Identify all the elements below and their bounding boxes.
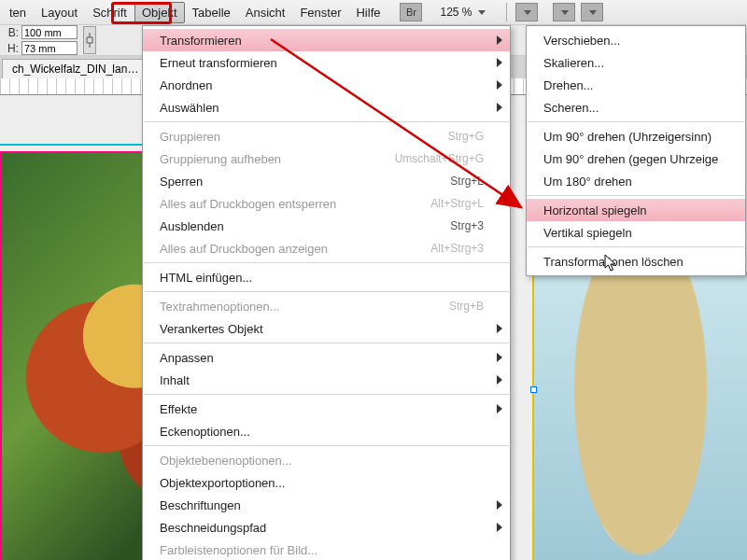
cursor-icon <box>604 254 617 273</box>
link-dimensions-icon[interactable] <box>83 26 96 54</box>
submenu-caret-icon <box>497 58 502 67</box>
menu-item-shortcut: Umschalt+Strg+G <box>395 152 484 165</box>
submenu-caret-icon <box>497 35 502 45</box>
selection-handle[interactable] <box>530 386 537 393</box>
menu-schrift[interactable]: Schrift <box>85 2 134 23</box>
menu-item[interactable]: Transformationen löschen <box>527 250 745 273</box>
submenu-caret-icon <box>497 353 502 362</box>
menu-item[interactable]: Anpassen <box>143 346 510 369</box>
menu-item-label: Alles auf Druckbogen anzeigen <box>160 242 328 256</box>
bridge-icon[interactable]: Br <box>400 3 422 21</box>
menubar: ten Layout Schrift Objekt Tabelle Ansich… <box>0 0 747 24</box>
menu-item-label: Alles auf Druckbogen entsperren <box>160 197 336 211</box>
menu-ansicht[interactable]: Ansicht <box>238 2 293 23</box>
arrange-icon[interactable] <box>581 3 603 21</box>
menu-item-label: Textrahmenoptionen... <box>160 300 280 314</box>
menu-item-label: Verschieben... <box>543 34 620 48</box>
width-label: B: <box>4 26 19 39</box>
menu-item-label: HTML einfügen... <box>160 271 252 285</box>
menu-item-label: Transformieren <box>160 34 242 48</box>
menu-item-label: Vertikal spiegeln <box>543 226 632 240</box>
menu-item-label: Objektebenenoptionen... <box>160 454 292 468</box>
menu-item-shortcut: Alt+Strg+3 <box>430 242 484 255</box>
menu-item-label: Beschriftungen <box>160 498 241 512</box>
objekt-dropdown: TransformierenErneut transformierenAnord… <box>142 25 511 560</box>
menu-item-label: Ausblenden <box>160 219 224 233</box>
menu-item: Alles auf Druckbogen entsperrenAlt+Strg+… <box>143 192 510 215</box>
menu-item-shortcut: Strg+G <box>448 130 484 143</box>
submenu-caret-icon <box>497 523 502 532</box>
menu-item[interactable]: HTML einfügen... <box>143 266 510 288</box>
menu-item[interactable]: Beschneidungspfad <box>143 516 510 539</box>
menu-item-label: Anordnen <box>160 78 212 92</box>
menu-item[interactable]: Um 90° drehen (gegen Uhrzeige <box>527 147 745 170</box>
submenu-caret-icon <box>497 80 502 90</box>
height-input[interactable] <box>21 41 78 55</box>
menu-item[interactable]: Beschriftungen <box>143 494 510 516</box>
chevron-down-icon <box>478 10 486 15</box>
width-input[interactable] <box>21 25 78 39</box>
menu-item-label: Anpassen <box>160 351 214 365</box>
menu-item[interactable]: Auswählen <box>143 96 510 119</box>
menu-item-label: Effekte <box>160 402 197 416</box>
menu-item[interactable]: Skalieren... <box>527 51 745 74</box>
menu-item[interactable]: Anordnen <box>143 74 510 96</box>
menu-item[interactable]: Scheren... <box>527 96 745 119</box>
menu-item-label: Eckenoptionen... <box>160 425 250 439</box>
menu-tabelle[interactable]: Tabelle <box>185 2 238 23</box>
menu-item[interactable]: Um 180° drehen <box>527 170 745 192</box>
menu-item[interactable]: Drehen... <box>527 74 745 96</box>
submenu-caret-icon <box>497 375 502 385</box>
menu-prev-fragment[interactable]: ten <box>2 2 34 23</box>
menu-item: Farbleistenoptionen für Bild... <box>143 539 510 560</box>
menu-item-label: Um 90° drehen (Uhrzeigersinn) <box>543 130 712 144</box>
menu-item[interactable]: AusblendenStrg+3 <box>143 215 510 237</box>
menu-item-label: Um 90° drehen (gegen Uhrzeige <box>543 152 718 166</box>
menu-item-label: Farbleistenoptionen für Bild... <box>160 543 317 557</box>
menu-item[interactable]: Transformieren <box>143 29 510 51</box>
menu-item[interactable]: Um 90° drehen (Uhrzeigersinn) <box>527 125 745 147</box>
menu-item: Textrahmenoptionen...Strg+B <box>143 295 510 317</box>
menu-item: Objektebenenoptionen... <box>143 449 510 471</box>
menu-item-label: Beschneidungspfad <box>160 521 266 535</box>
menu-item: Alles auf Druckbogen anzeigenAlt+Strg+3 <box>143 237 510 259</box>
menu-item[interactable]: Effekte <box>143 398 510 420</box>
view-options-icon[interactable] <box>553 3 575 21</box>
menu-item-label: Um 180° drehen <box>543 175 632 189</box>
chevron-down-icon <box>589 10 597 15</box>
menu-item[interactable]: SperrenStrg+L <box>143 170 510 192</box>
zoom-value: 125 % <box>440 6 472 19</box>
menu-item-label: Horizontal spiegeln <box>543 203 647 217</box>
chevron-down-icon <box>524 10 531 15</box>
menu-item[interactable]: Horizontal spiegeln <box>527 199 745 221</box>
menu-item[interactable]: Objektexportoptionen... <box>143 471 510 494</box>
transform-submenu: Verschieben...Skalieren...Drehen...Scher… <box>526 25 746 276</box>
menu-objekt[interactable]: Objekt <box>134 2 185 23</box>
menu-item-label: Inhalt <box>160 373 190 387</box>
menu-item[interactable]: Erneut transformieren <box>143 51 510 74</box>
placed-image-portrait[interactable] <box>532 273 747 560</box>
menu-item[interactable]: Verankertes Objekt <box>143 317 510 340</box>
menu-item-label: Verankertes Objekt <box>160 322 263 336</box>
menu-layout[interactable]: Layout <box>34 2 85 23</box>
menu-fenster[interactable]: Fenster <box>292 2 348 23</box>
menu-item-label: Scheren... <box>543 101 599 115</box>
screen-mode-icon[interactable] <box>515 3 538 21</box>
menu-item[interactable]: Verschieben... <box>527 29 745 51</box>
menu-item-label: Objektexportoptionen... <box>160 476 285 490</box>
menu-item-label: Gruppieren <box>160 130 220 144</box>
menu-item-label: Drehen... <box>543 78 593 92</box>
submenu-caret-icon <box>497 500 502 510</box>
menu-item[interactable]: Inhalt <box>143 369 510 391</box>
menu-hilfe[interactable]: Hilfe <box>348 2 388 23</box>
menu-item: Gruppierung aufhebenUmschalt+Strg+G <box>143 147 510 170</box>
zoom-select[interactable]: 125 % <box>440 6 485 19</box>
menu-item[interactable]: Vertikal spiegeln <box>527 221 745 244</box>
menu-item-shortcut: Alt+Strg+L <box>430 197 484 210</box>
document-tab[interactable]: ch_Wickelfalz_DIN_lang_h <box>2 59 151 78</box>
chevron-down-icon <box>561 10 569 15</box>
menu-item[interactable]: Eckenoptionen... <box>143 420 510 442</box>
menu-item-shortcut: Strg+L <box>450 175 484 188</box>
submenu-caret-icon <box>497 404 502 413</box>
menu-item-label: Gruppierung aufheben <box>160 152 281 166</box>
